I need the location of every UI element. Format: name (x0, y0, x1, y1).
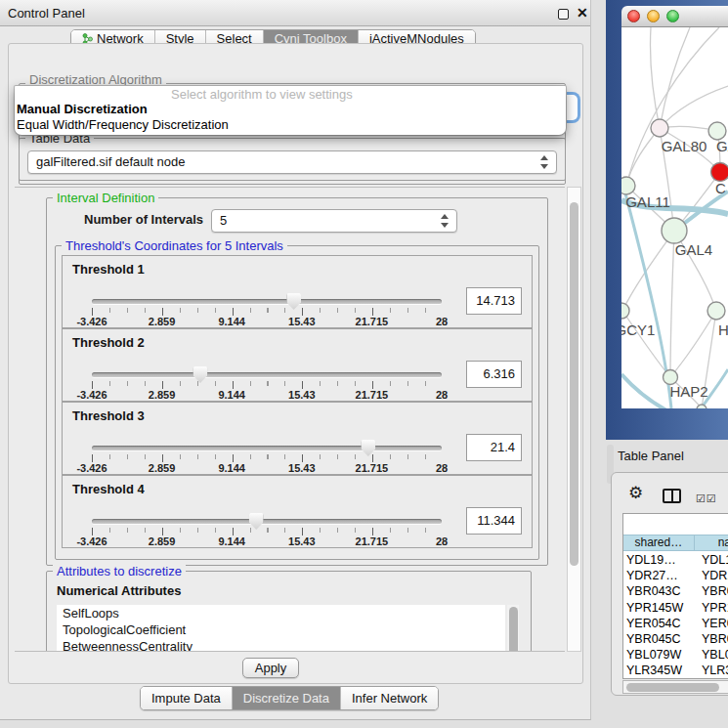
node-label: GAL80 (662, 138, 707, 154)
scrollbar-thumb[interactable] (509, 607, 518, 652)
apply-button[interactable]: Apply (242, 658, 299, 678)
group-title: Interval Definition (53, 191, 158, 205)
scrollbar-thumb[interactable] (570, 202, 578, 566)
node-label: HAP2 (669, 383, 707, 400)
column-header-shared-name[interactable]: shared… (623, 535, 695, 550)
node-label: GAL11 (625, 193, 670, 210)
slider-tick-labels: -3.426 2.859 9.144 15.43 21.715 28 (92, 389, 442, 401)
threshold-slider[interactable]: -3.426 2.859 9.144 15.43 21.715 28 (92, 295, 442, 326)
threshold-value-field[interactable]: 14.713 (466, 287, 522, 315)
table-cell[interactable]: YBR045C (623, 631, 696, 647)
threshold-value-field[interactable]: 11.344 (466, 507, 522, 535)
table-cell[interactable]: YPR1 (696, 600, 728, 616)
table-cell[interactable]: YBR0 (696, 631, 728, 647)
tab-impute-data[interactable]: Impute Data (141, 687, 233, 709)
table-cell[interactable]: YER054C (623, 616, 696, 631)
threshold-value-field[interactable]: 21.4 (466, 434, 522, 461)
table-row[interactable]: YDL19…YDL1 (623, 552, 728, 568)
table-row[interactable]: YPR145WYPR1 (623, 600, 728, 616)
table-cell[interactable]: YER0 (696, 616, 728, 631)
interval-definition-group: Interval Definition Number of Intervals … (46, 197, 548, 566)
list-scrollbar[interactable] (507, 605, 519, 652)
table-row[interactable]: YBR043CYBR0 (623, 583, 728, 599)
float-window-icon[interactable] (558, 9, 569, 20)
table-data-combobox[interactable]: galFiltered.sif default node (27, 150, 557, 174)
network-window-titlebar[interactable] (621, 6, 728, 27)
tab-discretize-data[interactable]: Discretize Data (233, 687, 341, 709)
dropdown-option-manual-discretization[interactable]: Manual Discretization (17, 102, 148, 116)
scrollbar-thumb[interactable] (626, 683, 719, 692)
node-attribute-table[interactable]: shared… na YDL19…YDL1 YDR27…YDR2 YBR043C… (622, 513, 728, 679)
split-columns-icon[interactable] (663, 489, 681, 503)
bottom-tab-bar: Impute Data Discretize Data Infer Networ… (140, 686, 439, 710)
window-title: Control Panel (8, 6, 85, 21)
threshold-panel-3: Threshold 3 -3.426 2.859 9.144 15.43 (62, 402, 533, 475)
table-cell[interactable]: YDR27… (623, 568, 696, 583)
tick-label: 15.43 (288, 389, 316, 401)
table-cell[interactable]: YBR0 (696, 583, 728, 599)
list-item[interactable]: BetweennessCentrality (57, 638, 505, 652)
table-cell[interactable]: YIL052C (623, 679, 696, 680)
table-horizontal-scrollbar[interactable] (622, 680, 728, 694)
traffic-light-zoom-icon[interactable] (666, 10, 679, 22)
traffic-light-close-icon[interactable] (627, 10, 640, 22)
tab-label: Discretize Data (243, 687, 329, 709)
slider-tick-labels: -3.426 2.859 9.144 15.43 21.715 28 (92, 316, 442, 327)
table-row[interactable]: YER054CYER0 (623, 616, 728, 631)
slider-ticks (92, 381, 443, 389)
traffic-light-minimize-icon[interactable] (647, 10, 660, 22)
node-gal11[interactable] (621, 177, 635, 194)
table-row[interactable]: YDR27…YDR2 (623, 568, 728, 583)
node-gal4[interactable] (662, 218, 687, 243)
table-row[interactable]: YLR345WYLR3 (623, 663, 728, 678)
control-panel-titlebar[interactable]: Control Panel ✕ (0, 0, 590, 26)
tick-label: -3.426 (76, 389, 107, 401)
table-cell[interactable]: YPR145W (623, 600, 696, 616)
numerical-attributes-list[interactable]: SelfLoops TopologicalCoefficient Between… (57, 605, 505, 652)
panel-scrollbar[interactable] (567, 187, 581, 652)
slider-ticks (92, 454, 443, 462)
tick-label: 2.859 (149, 462, 176, 474)
node-bottom[interactable] (697, 405, 707, 408)
table-row[interactable]: YIL052CYIL0 (623, 679, 728, 680)
table-row[interactable]: YBR045CYBR0 (623, 631, 728, 647)
slider-track[interactable] (92, 446, 442, 450)
dropdown-option-equal-width-frequency[interactable]: Equal Width/Frequency Discretization (17, 117, 229, 132)
table-row[interactable]: YBL079WYBL0 (623, 647, 728, 663)
column-header-name[interactable]: na (695, 535, 728, 550)
tick-label: 15.43 (288, 462, 316, 474)
threshold-slider[interactable]: -3.426 2.859 9.144 15.43 21.715 28 (92, 442, 442, 473)
slider-track[interactable] (92, 372, 442, 377)
gear-icon[interactable]: ⚙ (628, 484, 643, 503)
checkbox-icons[interactable]: ☑☑ (696, 492, 717, 505)
table-cell[interactable]: YBL079W (623, 647, 696, 663)
node-red-selected[interactable] (711, 163, 728, 182)
close-icon[interactable]: ✕ (577, 5, 588, 21)
table-cell[interactable]: YLR345W (623, 663, 696, 678)
table-cell[interactable]: YDR2 (696, 568, 728, 583)
node-gal80[interactable] (651, 119, 668, 137)
slider-track[interactable] (92, 519, 442, 524)
table-cell[interactable]: YIL0 (696, 679, 728, 680)
node-h[interactable] (707, 302, 725, 320)
threshold-value-field[interactable]: 6.316 (466, 361, 522, 388)
table-cell[interactable]: YDL1 (696, 552, 728, 568)
list-item[interactable]: SelfLoops (57, 605, 505, 621)
tick-label: 28 (436, 462, 448, 474)
network-canvas[interactable]: GAL80 GA C GAL11 GAL4 GCY1 H HAP2 (621, 27, 728, 408)
node-label: H (718, 321, 728, 338)
table-cell[interactable]: YDL19… (623, 552, 696, 568)
number-of-intervals-combobox[interactable]: 5 (211, 209, 457, 233)
table-cell[interactable]: YBR043C (623, 583, 696, 599)
slider-track[interactable] (92, 299, 442, 304)
list-item[interactable]: TopologicalCoefficient (57, 621, 505, 638)
threshold-panel-1: Threshold 1 -3.426 2.859 9.144 15.43 (62, 255, 533, 328)
table-cell[interactable]: YBL0 (696, 647, 728, 663)
node-gcy1[interactable] (621, 303, 629, 319)
threshold-slider[interactable]: -3.426 2.859 9.144 15.43 21.715 28 (92, 368, 442, 400)
table-cell[interactable]: YLR3 (696, 663, 728, 678)
tab-infer-network[interactable]: Infer Network (341, 687, 438, 709)
node-label: GCY1 (621, 321, 655, 338)
slider-tick-labels: -3.426 2.859 9.144 15.43 21.715 28 (92, 535, 442, 547)
threshold-slider[interactable]: -3.426 2.859 9.144 15.43 21.715 28 (92, 515, 442, 546)
